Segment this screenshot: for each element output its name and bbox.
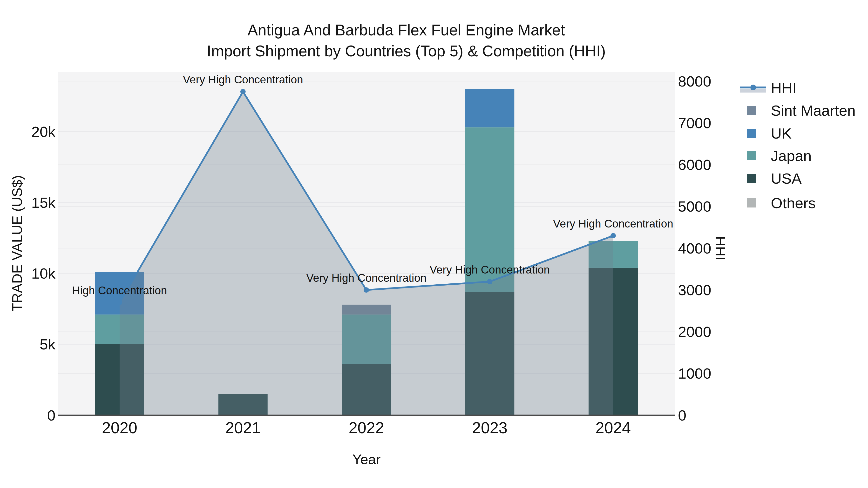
legend-item-others: Others <box>747 195 816 212</box>
legend-item-uk: UK <box>747 125 792 142</box>
legend-color-swatch <box>747 129 756 138</box>
legend-item-sint-maarten: Sint Maarten <box>747 102 856 119</box>
hhi-marker-2023 <box>487 279 492 284</box>
legend-item-usa: USA <box>747 170 802 187</box>
legend-item-hhi: HHI <box>740 79 797 96</box>
annotation-2024: Very High Concentration <box>553 217 674 230</box>
legend: HHISint MaartenUKJapanUSAOthers <box>740 79 856 212</box>
y-left-tick-label: 20k <box>31 123 56 140</box>
x-axis-title: Year <box>352 451 380 467</box>
x-tick-label-2024: 2024 <box>595 419 631 437</box>
y-right-tick-label: 0 <box>678 407 686 424</box>
y-right-tick-label: 7000 <box>678 115 711 131</box>
legend-color-swatch <box>747 174 756 183</box>
hhi-marker-legend-icon <box>750 85 756 90</box>
chart-figure: Antigua And Barbuda Flex Fuel Engine Mar… <box>0 0 868 488</box>
legend-color-swatch <box>747 106 756 115</box>
y-left-tick-label: 10k <box>31 265 56 282</box>
hhi-marker-2022 <box>364 287 369 293</box>
y-right-tick-label: 1000 <box>678 365 711 382</box>
y-right-tick-label: 6000 <box>678 156 711 173</box>
y-left-axis-title: TRADE VALUE (US$) <box>9 175 25 312</box>
y-left-tick-label: 15k <box>31 194 56 211</box>
chart-canvas: Antigua And Barbuda Flex Fuel Engine Mar… <box>0 0 868 488</box>
annotation-2020: High Concentration <box>72 284 167 297</box>
x-tick-label-2020: 2020 <box>102 419 137 437</box>
x-tick-label-2021: 2021 <box>225 419 261 437</box>
y-right-tick-label: 8000 <box>678 73 711 90</box>
x-tick-label-2022: 2022 <box>349 419 384 437</box>
annotation-2022: Very High Concentration <box>306 271 427 284</box>
legend-item-japan: Japan <box>747 148 812 164</box>
y-right-tick-label: 5000 <box>678 198 711 215</box>
legend-label: USA <box>771 170 802 187</box>
y-right-axis-title: HHI <box>713 236 728 260</box>
annotation-2021: Very High Concentration <box>183 73 303 86</box>
annotation-2023: Very High Concentration <box>430 263 550 276</box>
legend-label: Sint Maarten <box>771 102 856 119</box>
legend-label: UK <box>771 125 792 142</box>
y-right-tick-label: 2000 <box>678 323 711 340</box>
y-left-tick-label: 0 <box>47 407 56 424</box>
chart-title-line2: Import Shipment by Countries (Top 5) & C… <box>207 42 606 60</box>
hhi-marker-2024 <box>611 233 616 238</box>
legend-label: HHI <box>771 79 797 96</box>
y-right-tick-label: 4000 <box>678 240 711 257</box>
bar-segment-uk-2023 <box>465 89 514 127</box>
legend-label: Japan <box>771 148 812 164</box>
hhi-marker-2021 <box>240 89 246 94</box>
legend-color-swatch <box>747 198 756 207</box>
chart-title-line1: Antigua And Barbuda Flex Fuel Engine Mar… <box>248 22 565 39</box>
y-right-tick-label: 3000 <box>678 282 711 298</box>
y-left-tick-label: 5k <box>40 336 56 353</box>
hhi-marker-2020 <box>117 300 122 305</box>
x-tick-label-2023: 2023 <box>472 419 507 437</box>
plot-area: High ConcentrationVery High Concentratio… <box>31 72 711 437</box>
legend-label: Others <box>771 195 816 212</box>
legend-color-swatch <box>747 151 756 160</box>
